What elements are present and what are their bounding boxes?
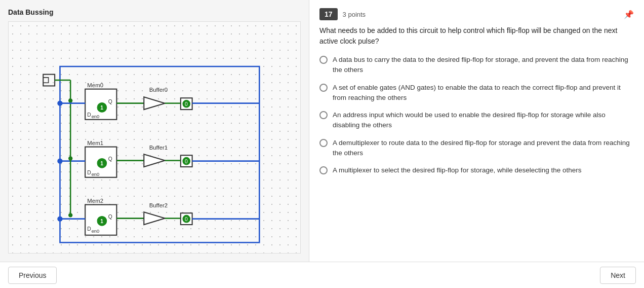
option-text-b: A set of enable gates (AND gates) to ena… bbox=[333, 83, 634, 103]
svg-marker-13 bbox=[144, 97, 165, 110]
svg-text:en0: en0 bbox=[92, 172, 100, 177]
svg-text:D: D bbox=[87, 170, 91, 175]
option-b[interactable]: A set of enable gates (AND gates) to ena… bbox=[319, 83, 634, 103]
option-a[interactable]: A data bus to carry the data to the desi… bbox=[319, 55, 634, 76]
option-radio-e[interactable] bbox=[319, 166, 328, 174]
option-c[interactable]: An address input which would be used to … bbox=[319, 110, 634, 131]
svg-point-59 bbox=[57, 100, 62, 105]
svg-text:Mem2: Mem2 bbox=[87, 198, 103, 204]
option-d[interactable]: A demultiplexer to route data to the des… bbox=[319, 138, 634, 159]
svg-text:D: D bbox=[87, 226, 91, 232]
svg-text:D: D bbox=[87, 112, 91, 118]
svg-rect-1 bbox=[43, 75, 55, 86]
option-radio-c[interactable] bbox=[319, 111, 328, 119]
question-text: What needs to be added to this circuit t… bbox=[319, 25, 634, 47]
svg-text:1: 1 bbox=[100, 219, 103, 224]
svg-text:Buffer1: Buffer1 bbox=[149, 145, 168, 151]
left-panel: Data Bussing Mem0 Q D bbox=[0, 0, 309, 262]
svg-text:Mem1: Mem1 bbox=[87, 140, 103, 146]
svg-text:en0: en0 bbox=[92, 229, 100, 234]
option-text-e: A multiplexer to select the desired flip… bbox=[333, 165, 582, 175]
svg-text:0: 0 bbox=[185, 217, 188, 222]
option-text-d: A demultiplexer to route data to the des… bbox=[333, 138, 634, 159]
question-header: 17 3 points 📌 bbox=[319, 8, 634, 20]
pin-icon[interactable]: 📌 bbox=[624, 10, 634, 19]
svg-text:Q: Q bbox=[108, 99, 112, 104]
circuit-svg: Mem0 Q D en0 1 Buffer0 0 bbox=[9, 22, 300, 253]
svg-text:1: 1 bbox=[100, 105, 103, 111]
svg-text:Q: Q bbox=[108, 156, 112, 162]
svg-text:Mem0: Mem0 bbox=[87, 82, 103, 88]
svg-marker-30 bbox=[144, 154, 165, 167]
svg-text:1: 1 bbox=[100, 161, 103, 166]
option-radio-d[interactable] bbox=[319, 139, 328, 147]
svg-text:0: 0 bbox=[185, 159, 188, 164]
question-points: 3 points bbox=[343, 11, 366, 18]
svg-text:Q: Q bbox=[108, 214, 112, 220]
svg-marker-49 bbox=[144, 212, 165, 225]
svg-text:Buffer0: Buffer0 bbox=[149, 87, 168, 93]
option-text-c: An address input which would be used to … bbox=[333, 110, 634, 131]
options-list: A data bus to carry the data to the desi… bbox=[319, 55, 634, 175]
diagram-title: Data Bussing bbox=[8, 8, 301, 16]
svg-text:en0: en0 bbox=[92, 114, 100, 119]
option-text-a: A data bus to carry the data to the desi… bbox=[333, 55, 634, 76]
svg-text:0: 0 bbox=[185, 101, 188, 107]
svg-text:Buffer2: Buffer2 bbox=[149, 202, 168, 208]
option-e[interactable]: A multiplexer to select the desired flip… bbox=[319, 165, 634, 175]
next-button[interactable]: Next bbox=[600, 267, 636, 284]
previous-button[interactable]: Previous bbox=[8, 267, 57, 284]
right-panel: 17 3 points 📌 What needs to be added to … bbox=[309, 0, 644, 262]
option-radio-b[interactable] bbox=[319, 84, 328, 92]
svg-point-57 bbox=[68, 213, 72, 217]
question-number: 17 bbox=[319, 8, 338, 20]
option-radio-a[interactable] bbox=[319, 56, 328, 64]
circuit-diagram: Mem0 Q D en0 1 Buffer0 0 bbox=[8, 21, 301, 254]
footer: Previous Next bbox=[0, 262, 644, 288]
